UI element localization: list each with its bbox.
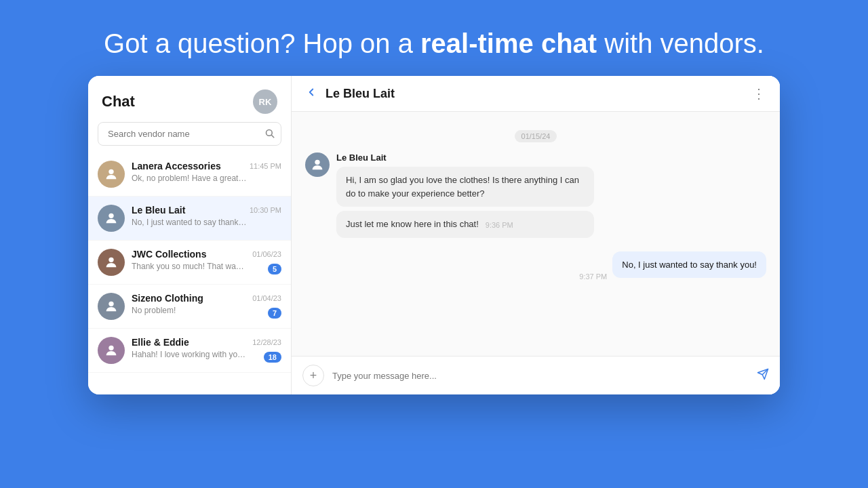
messages-area: 01/15/24 Le Bleu Lait Hi, I am so glad y…	[292, 112, 780, 356]
chat-avatar-jwc	[98, 249, 125, 276]
chat-input-area: +	[292, 356, 780, 394]
chat-item-lebleu[interactable]: Le Bleu Lait 10:30 PM No, I just wanted …	[88, 197, 291, 241]
chat-avatar-sizeno	[98, 293, 125, 320]
message-input[interactable]	[332, 371, 749, 381]
chat-name-ellie: Ellie & Eddie	[132, 337, 189, 348]
user-avatar-rk[interactable]: RK	[253, 89, 277, 114]
chat-time-ellie: 12/28/23	[252, 338, 281, 346]
chat-preview-lebleu: No, I just wanted to say thank you!	[132, 218, 247, 227]
svg-point-7	[315, 160, 319, 165]
chat-name-lebleu: Le Bleu Lait	[132, 205, 185, 216]
chat-item-ellie[interactable]: Ellie & Eddie 12/28/23 Hahah! I love wor…	[88, 329, 291, 373]
svg-point-3	[108, 214, 113, 218]
chat-time-lebleu: 10:30 PM	[250, 206, 281, 214]
chat-items-list: Lanera Accessories 11:45 PM Ok, no probl…	[88, 152, 291, 394]
chat-info-lanera: Lanera Accessories 11:45 PM Ok, no probl…	[132, 161, 281, 183]
search-input[interactable]	[98, 122, 281, 146]
app-window: Chat RK Lanera Accessories 11:4	[88, 76, 780, 394]
chat-window-header: Le Bleu Lait ⋮	[292, 76, 780, 112]
search-icon[interactable]	[264, 128, 275, 140]
chat-panel-title: Chat	[102, 93, 135, 110]
chat-item-sizeno[interactable]: Sizeno Clothing 01/04/23 No problem! 7	[88, 285, 291, 329]
msg-content-received: Le Bleu Lait Hi, I am so glad you love t…	[336, 152, 766, 242]
chat-item-lanera[interactable]: Lanera Accessories 11:45 PM Ok, no probl…	[88, 152, 291, 197]
msg-bubble-2: Just let me know here in this chat! 9:36…	[336, 211, 594, 238]
send-button[interactable]	[757, 368, 769, 384]
chat-info-jwc: JWC Collections 01/06/23 Thank you so mu…	[132, 249, 281, 271]
chat-name-jwc: JWC Collections	[132, 249, 206, 260]
chat-window: Le Bleu Lait ⋮ 01/15/24 Le Bleu Lait	[292, 76, 780, 394]
chat-info-lebleu: Le Bleu Lait 10:30 PM No, I just wanted …	[132, 205, 281, 227]
chat-window-title: Le Bleu Lait	[326, 87, 395, 101]
chat-name-lanera: Lanera Accessories	[132, 161, 221, 171]
unread-badge-jwc: 5	[268, 264, 281, 274]
hero-text: Got a question? Hop on a real-time chat …	[54, 26, 814, 61]
chat-time-jwc: 01/06/23	[252, 250, 281, 258]
unread-badge-ellie: 18	[264, 352, 281, 363]
svg-point-2	[108, 169, 113, 174]
hero-section: Got a question? Hop on a real-time chat …	[0, 0, 868, 76]
chat-preview-sizeno: No problem!	[132, 306, 247, 315]
chat-time-sizeno: 01/04/23	[252, 294, 281, 302]
chat-item-jwc[interactable]: JWC Collections 01/06/23 Thank you so mu…	[88, 241, 291, 285]
msg-bubble-sent: No, I just wanted to say thank you!	[612, 251, 766, 279]
chat-list-panel: Chat RK Lanera Accessories 11:4	[88, 76, 292, 394]
chat-list-header: Chat RK	[88, 76, 291, 122]
chat-avatar-ellie	[98, 337, 125, 364]
date-separator: 01/15/24	[305, 129, 766, 142]
chat-avatar-lanera	[98, 161, 125, 188]
chat-name-sizeno: Sizeno Clothing	[132, 293, 203, 304]
unread-badge-sizeno: 7	[268, 308, 281, 319]
msg-time-sent: 9:37 PM	[579, 272, 607, 281]
chat-info-ellie: Ellie & Eddie 12/28/23 Hahah! I love wor…	[132, 337, 281, 359]
msg-bubble-1: Hi, I am so glad you love the clothes! I…	[336, 167, 594, 207]
message-row-sent: 9:37 PM No, I just wanted to say thank y…	[305, 251, 766, 283]
chat-preview-ellie: Hahah! I love working with you Sasha!	[132, 350, 247, 359]
svg-point-5	[108, 302, 113, 306]
chat-avatar-lebleu	[98, 205, 125, 232]
attach-button[interactable]: +	[302, 365, 324, 386]
svg-line-1	[271, 135, 273, 137]
svg-point-4	[108, 258, 113, 262]
message-group-received: Le Bleu Lait Hi, I am so glad you love t…	[305, 152, 766, 242]
msg-time-received: 9:36 PM	[486, 220, 513, 231]
chat-info-sizeno: Sizeno Clothing 01/04/23 No problem!	[132, 293, 281, 315]
sender-name: Le Bleu Lait	[336, 152, 766, 163]
chat-time-lanera: 11:45 PM	[250, 162, 281, 170]
chat-preview-jwc: Thank you so much! That was very helpful…	[132, 262, 247, 271]
sender-avatar	[305, 152, 330, 177]
chat-window-header-left: Le Bleu Lait	[305, 86, 395, 102]
svg-point-6	[108, 346, 113, 350]
chat-preview-lanera: Ok, no problem! Have a great day!	[132, 174, 247, 183]
back-button[interactable]	[305, 86, 317, 102]
more-options-button[interactable]: ⋮	[752, 85, 766, 102]
search-box	[98, 122, 281, 146]
